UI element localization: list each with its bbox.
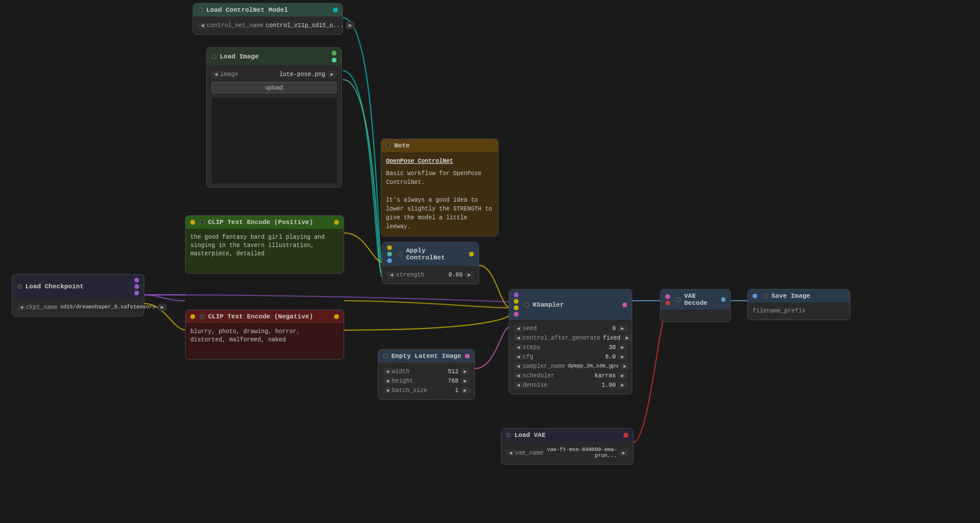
- note-node: Note OpenPose ControlNet Basic workflow …: [381, 139, 499, 236]
- batch-next-btn[interactable]: ►: [461, 387, 470, 394]
- param-prev-btn[interactable]: ◄: [198, 22, 207, 29]
- ks-in2: [514, 299, 519, 304]
- param-next-btn[interactable]: ►: [346, 22, 355, 29]
- empty-latent-body: ◄ width 512 ► ◄ height 768 ► ◄ batch_siz…: [378, 363, 474, 399]
- node-dot: [383, 354, 388, 358]
- denoise-prev[interactable]: ◄: [514, 381, 523, 389]
- load-controlnet-body: ◄ control_net_name control_v11p_sd15_o..…: [193, 17, 342, 34]
- cag-next[interactable]: ►: [623, 334, 632, 341]
- cfg-val: 6.0: [605, 354, 616, 360]
- node-dot: [386, 143, 391, 148]
- load-checkpoint-header: Load Checkpoint: [12, 275, 144, 298]
- batch-param-row: ◄ batch_size 1 ►: [383, 386, 470, 394]
- node-dot: [200, 314, 204, 319]
- steps-name: steps: [523, 344, 606, 351]
- cfg-prev[interactable]: ◄: [514, 353, 523, 360]
- load-controlnet-node: Load ControlNet Model ◄ control_net_name…: [193, 3, 343, 35]
- clip-pos-textarea[interactable]: the good fantasy bard girl playing and s…: [190, 233, 339, 267]
- ks-in3: [514, 305, 519, 310]
- seed-row: ◄ seed 8 ►: [514, 324, 627, 333]
- width-next-btn[interactable]: ►: [461, 368, 470, 375]
- latent-out: [465, 354, 470, 358]
- scheduler-prev[interactable]: ◄: [514, 372, 523, 379]
- strength-prev-btn[interactable]: ◄: [387, 271, 396, 278]
- height-prev-btn[interactable]: ◄: [383, 377, 392, 384]
- vd-in1: [665, 294, 670, 299]
- clip-pos-node: CLIP Text Encode (Positive) the good fan…: [185, 215, 344, 274]
- load-controlnet-header: Load ControlNet Model: [193, 4, 342, 17]
- clip-neg-textarea[interactable]: blurry, photo, drawing, horror, distorte…: [190, 328, 339, 353]
- sampler-next[interactable]: ►: [621, 363, 629, 370]
- batch-param-val: 1: [455, 387, 458, 394]
- vae-out: [623, 433, 628, 438]
- vae-decode-node: VAE Decode: [660, 289, 731, 322]
- strength-param-row: ◄ strength 0.80 ►: [387, 271, 474, 279]
- upload-button[interactable]: upload: [212, 82, 336, 93]
- load-image-node: Load Image ◄ image lute-pose.png ► uploa…: [206, 47, 342, 188]
- cfg-next[interactable]: ►: [618, 353, 627, 360]
- steps-next[interactable]: ►: [618, 344, 627, 351]
- clip-neg-node: CLIP Text Encode (Negative) blurry, phot…: [185, 310, 344, 360]
- connection-lines: [0, 0, 980, 523]
- seed-name: seed: [523, 325, 610, 332]
- height-param-name: height: [392, 378, 446, 384]
- seed-next[interactable]: ►: [618, 325, 627, 332]
- sampler-prev[interactable]: ◄: [514, 363, 523, 370]
- ckpt-out2: [134, 284, 139, 289]
- ksampler-title: KSampler: [533, 301, 564, 308]
- vd-out: [721, 297, 725, 302]
- clip-neg-header: CLIP Text Encode (Negative): [186, 310, 344, 323]
- vae-prev-btn[interactable]: ◄: [506, 449, 515, 456]
- clip-neg-title: CLIP Text Encode (Negative): [208, 313, 313, 320]
- apply-controlnet-node: Apply ControlNet ◄ strength 0.80 ►: [382, 242, 479, 284]
- load-vae-body: ◄ vae_name vae-ft-mse-840000-ema-prun...…: [501, 442, 633, 464]
- scheduler-next[interactable]: ►: [618, 372, 627, 379]
- load-vae-header: Load VAE: [501, 429, 633, 442]
- denoise-row: ◄ denoise 1.00 ►: [514, 381, 627, 389]
- save-image-node: Save Image filename_prefix: [747, 289, 850, 320]
- clip-pos-in-connector: [190, 220, 195, 225]
- seed-prev[interactable]: ◄: [514, 325, 523, 332]
- ckpt-prev-btn[interactable]: ◄: [17, 304, 26, 311]
- denoise-next[interactable]: ►: [618, 381, 627, 389]
- image-next-btn[interactable]: ►: [328, 71, 336, 78]
- height-next-btn[interactable]: ►: [461, 377, 470, 384]
- cag-prev[interactable]: ◄: [514, 334, 523, 341]
- ckpt-next-btn[interactable]: ►: [158, 304, 167, 311]
- steps-prev[interactable]: ◄: [514, 344, 523, 351]
- image-param-row: ◄ image lute-pose.png ►: [212, 70, 336, 78]
- vd-in2: [665, 301, 670, 305]
- apply-controlnet-header: Apply ControlNet: [382, 242, 479, 266]
- batch-prev-btn[interactable]: ◄: [383, 387, 392, 394]
- strength-next-btn[interactable]: ►: [465, 271, 474, 278]
- image-prev-btn[interactable]: ◄: [212, 71, 220, 78]
- node-dot: [763, 294, 768, 298]
- si-in: [753, 294, 757, 298]
- width-prev-btn[interactable]: ◄: [383, 368, 392, 375]
- image-param-name: image: [220, 71, 277, 78]
- sampler-name: sampler_name: [523, 363, 565, 370]
- strength-param-val: 0.80: [448, 272, 463, 278]
- load-vae-node: Load VAE ◄ vae_name vae-ft-mse-840000-em…: [501, 428, 633, 465]
- vae-next-btn[interactable]: ►: [619, 449, 628, 456]
- scheduler-val: karras: [595, 373, 616, 379]
- vae-decode-title: VAE Decode: [684, 292, 718, 307]
- save-image-header: Save Image: [748, 290, 850, 302]
- height-param-row: ◄ height 768 ►: [383, 377, 470, 385]
- ksampler-body: ◄ seed 8 ► ◄ control_after_generate fixe…: [509, 320, 632, 394]
- batch-param-name: batch_size: [392, 387, 453, 394]
- vae-param-row: ◄ vae_name vae-ft-mse-840000-ema-prun...…: [506, 446, 628, 459]
- ckpt-param-name: ckpt_name: [26, 304, 58, 311]
- filename-label: filename_prefix: [753, 308, 840, 314]
- cag-val: fixed: [603, 335, 621, 341]
- ksampler-node: KSampler ◄ seed 8 ► ◄ control_after_gene…: [509, 289, 632, 394]
- node-dot: [676, 297, 681, 302]
- ks-in4: [514, 312, 519, 317]
- node-dot: [506, 433, 511, 438]
- height-param-val: 768: [448, 378, 458, 384]
- cfg-row: ◄ cfg 6.0 ►: [514, 353, 627, 361]
- ckpt-param-val: sd15/dreamshaper_8.safetensors: [60, 304, 156, 310]
- load-controlnet-title: Load ControlNet Model: [206, 6, 288, 14]
- vae-param-val: vae-ft-mse-840000-ema-prun...: [546, 447, 617, 459]
- steps-row: ◄ steps 30 ►: [514, 343, 627, 351]
